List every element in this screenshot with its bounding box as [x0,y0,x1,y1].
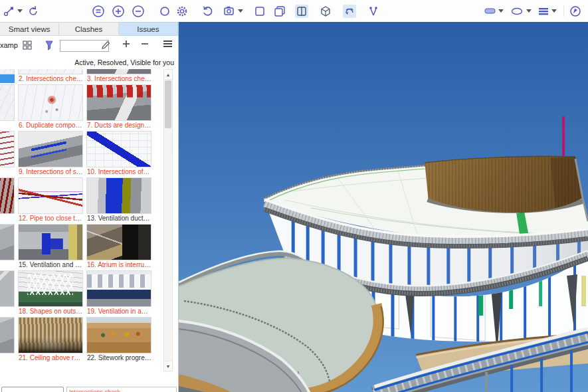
issue-thumbnail[interactable] [0,177,15,214]
issue-label: 12. Pipe too close to w... [18,214,83,223]
navigate-icon[interactable] [569,5,582,18]
3d-model-scene[interactable] [179,22,588,392]
issue-card[interactable]: 21. Ceiling above rece... [18,317,83,362]
issue-thumbnail[interactable] [86,131,151,167]
issue-label: e ... [0,121,15,130]
filter-summary[interactable]: Active, Resolved, Visible for you [0,58,174,66]
issue-card[interactable]: 12. Pipe too close to w... [18,177,83,223]
wood-rooftop-volume [425,156,583,213]
scrollbar-thumb[interactable] [165,80,171,128]
cube-icon[interactable] [319,5,332,18]
yellow-fin [581,276,586,306]
sheet-label-fragment: xamp [0,41,18,49]
issues-scrollbar[interactable]: ▲ ▼ [163,69,173,371]
outline-style-icon[interactable] [510,5,524,18]
sync-icon[interactable] [27,5,40,18]
tab-clashes[interactable]: Clashes [59,22,118,36]
issue-label: 21. Ceiling above rece... [18,353,83,362]
issue-thumbnail[interactable] [18,177,83,214]
issue-card[interactable]: ck... [0,69,15,83]
remove-issue-button[interactable] [140,39,149,51]
issue-label: 9. Intersections of slab [18,167,83,176]
issue-thumbnail[interactable] [0,270,15,307]
issue-thumbnail[interactable] [86,177,151,214]
add-issue-button[interactable] [122,39,131,51]
issue-card[interactable]: 7. Ducts are designed... [86,84,151,130]
edit-pencil-icon[interactable] [100,40,111,53]
zoom-out-circle-icon[interactable] [132,5,145,18]
issue-thumbnail[interactable] [86,270,151,307]
issue-thumbnail[interactable] [86,84,151,121]
section-plane-icon[interactable] [295,5,308,18]
issue-card[interactable]: 19. Ventilation in audit... [86,270,151,316]
green-fin [539,278,542,306]
markup-dropdown-caret[interactable] [16,5,24,18]
scroll-up-button[interactable]: ▲ [164,70,172,80]
undo-icon[interactable] [201,5,214,18]
issue-label: 18. Shapes on outside... [18,307,83,316]
issue-thumbnail[interactable] [0,224,15,260]
tab-smart-views[interactable]: Smart views [0,22,59,36]
filter-icon[interactable] [44,40,54,54]
issue-card[interactable]: 13. Ventilation duct to... [86,177,151,223]
issue-label: 15. Ventilation and pre... [18,260,83,269]
issue-thumbnail[interactable] [18,224,83,260]
issue-card[interactable]: an... [0,131,15,176]
issue-card[interactable]: 9. Intersections of slab [18,131,83,176]
frames-overlap-icon[interactable] [273,5,286,18]
issue-label: 19. Ventilation in audit... [86,307,151,316]
issue-thumbnail[interactable] [18,270,83,307]
issue-thumbnail[interactable] [0,317,15,353]
fill-style-icon[interactable] [484,5,497,18]
issue-thumbnail[interactable] [86,224,151,260]
grid-view-icon[interactable] [22,40,33,53]
issue-thumbnail[interactable] [86,317,151,353]
line-style-icon[interactable] [537,5,550,18]
fill-style-caret[interactable] [497,5,505,18]
markup-tool-icon[interactable] [3,5,16,18]
issue-card[interactable]: la... [0,177,15,223]
scroll-down-button[interactable]: ▼ [164,361,172,371]
issue-label: la... [0,214,15,223]
issue-thumbnail[interactable] [0,69,15,74]
issue-card[interactable]: 2. Intersections check... [18,69,83,83]
zoom-in-circle-icon[interactable] [112,5,125,18]
split-view-icon[interactable] [367,5,380,18]
outline-style-caret[interactable] [525,5,533,18]
line-style-caret[interactable] [550,5,558,18]
issue-label: wc... [0,260,15,269]
selected-issue-title-field[interactable]: Intersections check... [66,387,177,392]
issue-card[interactable]: 6. Duplicate compone... [18,84,83,130]
viewpoint-dropdown-caret[interactable] [237,5,245,18]
circle-tool-icon[interactable] [158,5,171,18]
issue-card[interactable]: nt... [0,270,15,316]
frame-icon[interactable] [253,5,266,18]
issue-card[interactable]: 10. Intersections of col... [86,131,151,176]
issue-thumbnail[interactable] [18,69,83,74]
issue-card[interactable]: 3. Intersections check:... [86,69,151,83]
issue-card[interactable]: 16. Atrium is interrupte... [86,224,151,269]
issue-circle-list-icon[interactable] [92,5,105,18]
issue-label: 13. Ventilation duct to... [86,214,151,223]
issue-card[interactable]: wc... [0,224,15,269]
issue-label [0,353,15,362]
issue-label: 10. Intersections of col... [86,167,151,176]
viewpoint-icon[interactable] [223,5,237,18]
settings-gear-icon[interactable] [175,5,189,18]
orbit-icon[interactable] [343,5,356,18]
issue-card[interactable] [0,317,15,362]
issue-card[interactable]: 18. Shapes on outside... [18,270,83,316]
issue-thumbnail[interactable] [18,131,83,167]
issue-card[interactable]: e ... [0,84,15,130]
issue-thumbnail[interactable] [0,131,15,167]
issue-footer-field[interactable] [1,387,64,392]
menu-icon[interactable] [163,39,173,51]
issue-thumbnail[interactable] [0,84,15,121]
issue-card[interactable]: 15. Ventilation and pre... [18,224,83,269]
issue-thumbnail[interactable] [18,317,83,353]
3d-viewport[interactable] [179,22,588,392]
issue-card[interactable]: 22. Sitework progress... [86,317,151,362]
issue-thumbnail[interactable] [86,69,151,74]
tab-issues[interactable]: Issues [119,22,178,36]
issue-thumbnail[interactable] [18,84,83,121]
